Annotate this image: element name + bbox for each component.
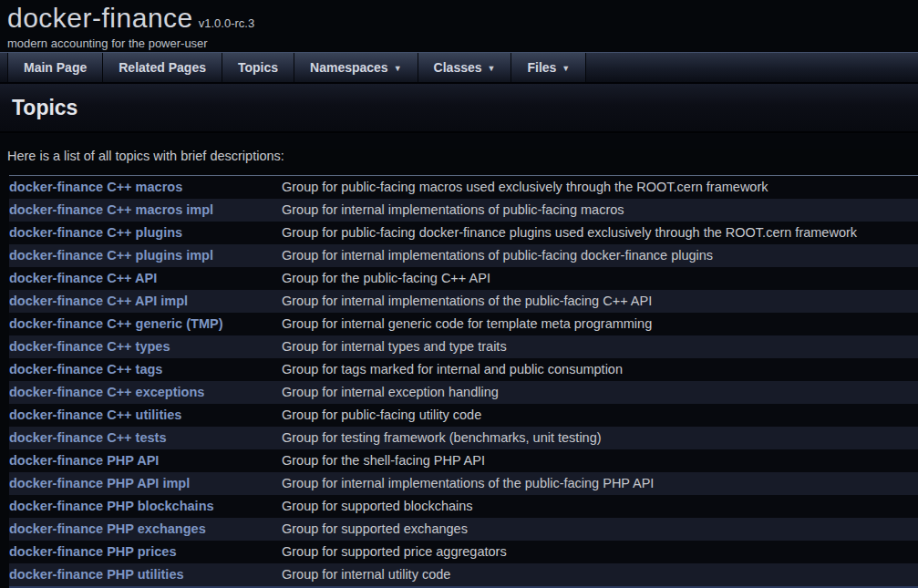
topic-entry-cell: docker-finance C++ macros impl bbox=[9, 199, 282, 222]
topic-link[interactable]: docker-finance C++ tests bbox=[9, 430, 166, 445]
tab-label: Namespaces bbox=[310, 60, 388, 75]
project-version: v1.0.0-rc.3 bbox=[199, 16, 254, 30]
topic-entry-cell: docker-finance C++ tests bbox=[9, 427, 282, 449]
topic-description: Group for the public-facing C++ API bbox=[282, 267, 918, 290]
table-row: docker-finance PHP pricesGroup for suppo… bbox=[9, 541, 918, 563]
topic-entry-cell: docker-finance PHP API impl bbox=[9, 472, 282, 495]
topic-description: Group for public-facing macros used excl… bbox=[282, 176, 918, 200]
project-brief: modern accounting for the power-user bbox=[7, 36, 918, 50]
table-row: docker-finance C++ pluginsGroup for publ… bbox=[9, 222, 918, 244]
topic-link[interactable]: docker-finance C++ generic (TMP) bbox=[9, 316, 222, 331]
page-title: Topics bbox=[0, 84, 918, 120]
table-row: docker-finance C++ exceptionsGroup for i… bbox=[9, 381, 918, 404]
tab-main-page[interactable]: Main Page bbox=[7, 53, 103, 82]
topic-entry-cell: docker-finance PHP utilities bbox=[9, 563, 282, 586]
main-nav: Main Page Related Pages Topics Namespace… bbox=[0, 52, 918, 82]
topic-link[interactable]: docker-finance C++ types bbox=[9, 339, 170, 354]
table-row: docker-finance PHP exchangesGroup for su… bbox=[9, 518, 918, 541]
table-row: docker-finance C++ tagsGroup for tags ma… bbox=[9, 358, 918, 381]
tab-files[interactable]: Files▼ bbox=[511, 53, 586, 82]
contents: Here is a list of all topics with brief … bbox=[0, 149, 918, 588]
tab-list: Main Page Related Pages Topics Namespace… bbox=[0, 53, 918, 82]
intro-text: Here is a list of all topics with brief … bbox=[7, 149, 911, 163]
table-row: docker-finance C++ macros implGroup for … bbox=[9, 199, 918, 222]
topic-link[interactable]: docker-finance PHP utilities bbox=[9, 567, 184, 582]
topic-entry-cell: docker-finance C++ tags bbox=[9, 358, 282, 381]
chevron-down-icon: ▼ bbox=[394, 64, 402, 73]
topic-link[interactable]: docker-finance C++ plugins bbox=[9, 225, 182, 240]
table-row: docker-finance PHP utilitiesGroup for in… bbox=[9, 563, 918, 586]
topic-entry-cell: docker-finance C++ plugins impl bbox=[9, 244, 282, 267]
topic-entry-cell: docker-finance C++ API impl bbox=[9, 290, 282, 313]
topic-description: Group for internal implementations of th… bbox=[282, 290, 918, 313]
tab-label: Main Page bbox=[24, 60, 87, 75]
topic-link[interactable]: docker-finance C++ tags bbox=[9, 362, 162, 377]
topic-description: Group for internal generic code for temp… bbox=[282, 313, 918, 335]
table-row: docker-finance C++ plugins implGroup for… bbox=[9, 244, 918, 267]
topic-description: Group for internal exception handling bbox=[282, 381, 918, 404]
topic-entry-cell: docker-finance C++ API bbox=[9, 267, 282, 290]
topic-link[interactable]: docker-finance PHP API impl bbox=[9, 476, 190, 490]
topic-link[interactable]: docker-finance PHP API bbox=[9, 453, 159, 468]
topic-entry-cell: docker-finance C++ macros bbox=[9, 176, 282, 200]
tab-related-pages[interactable]: Related Pages bbox=[103, 53, 222, 82]
tab-topics[interactable]: Topics bbox=[222, 53, 294, 82]
topic-description: Group for internal implementations of th… bbox=[282, 472, 918, 495]
title-area: docker-financev1.0.0-rc.3 modern account… bbox=[0, 0, 918, 52]
topic-description: Group for supported blockchains bbox=[282, 495, 918, 518]
topic-link[interactable]: docker-finance C++ utilities bbox=[9, 407, 181, 422]
tab-label: Related Pages bbox=[119, 60, 206, 75]
tab-label: Files bbox=[527, 60, 556, 75]
topic-link[interactable]: docker-finance PHP blockchains bbox=[9, 499, 214, 513]
topic-link[interactable]: docker-finance C++ exceptions bbox=[9, 385, 204, 399]
table-row: docker-finance PHP API implGroup for int… bbox=[9, 472, 918, 495]
topic-link[interactable]: docker-finance C++ macros impl bbox=[9, 202, 213, 217]
topic-description: Group for internal utility code bbox=[282, 563, 918, 586]
table-row: docker-finance PHP blockchainsGroup for … bbox=[9, 495, 918, 518]
topic-description: Group for public-facing docker-finance p… bbox=[282, 222, 918, 244]
tab-label: Topics bbox=[238, 60, 278, 75]
topic-description: Group for internal implementations of pu… bbox=[282, 199, 918, 222]
topic-link[interactable]: docker-finance C++ plugins impl bbox=[9, 248, 213, 263]
topic-entry-cell: docker-finance C++ utilities bbox=[9, 404, 282, 427]
topic-entry-cell: docker-finance PHP exchanges bbox=[9, 518, 282, 541]
page-header: Topics bbox=[0, 84, 918, 133]
topic-description: Group for the shell-facing PHP API bbox=[282, 449, 918, 472]
tab-classes[interactable]: Classes▼ bbox=[418, 53, 512, 82]
topic-description: Group for internal types and type traits bbox=[282, 335, 918, 358]
table-row: docker-finance C++ APIGroup for the publ… bbox=[9, 267, 918, 290]
topic-entry-cell: docker-finance C++ plugins bbox=[9, 222, 282, 244]
tab-namespaces[interactable]: Namespaces▼ bbox=[294, 53, 418, 82]
topic-link[interactable]: docker-finance C++ API impl bbox=[9, 294, 188, 308]
topic-entry-cell: docker-finance PHP prices bbox=[9, 541, 282, 563]
topic-link[interactable]: docker-finance C++ API bbox=[9, 271, 157, 285]
topic-link[interactable]: docker-finance PHP prices bbox=[9, 544, 176, 559]
table-row: docker-finance C++ generic (TMP)Group fo… bbox=[9, 313, 918, 335]
topic-link[interactable]: docker-finance PHP exchanges bbox=[9, 521, 206, 536]
topic-description: Group for internal implementations of pu… bbox=[282, 244, 918, 267]
topic-description: Group for supported price aggregators bbox=[282, 541, 918, 563]
topic-entry-cell: docker-finance C++ types bbox=[9, 335, 282, 358]
topic-link[interactable]: docker-finance C++ macros bbox=[9, 180, 182, 194]
topic-description: Group for supported exchanges bbox=[282, 518, 918, 541]
table-row: docker-finance C++ typesGroup for intern… bbox=[9, 335, 918, 358]
table-row: docker-finance C++ macrosGroup for publi… bbox=[9, 176, 918, 200]
table-row: docker-finance C++ API implGroup for int… bbox=[9, 290, 918, 313]
topic-entry-cell: docker-finance C++ exceptions bbox=[9, 381, 282, 404]
table-row: docker-finance C++ testsGroup for testin… bbox=[9, 427, 918, 449]
topic-entry-cell: docker-finance PHP blockchains bbox=[9, 495, 282, 518]
topic-entry-cell: docker-finance PHP API bbox=[9, 449, 282, 472]
table-row: docker-finance C++ utilitiesGroup for pu… bbox=[9, 404, 918, 427]
topic-entry-cell: docker-finance C++ generic (TMP) bbox=[9, 313, 282, 335]
tab-label: Classes bbox=[434, 60, 482, 75]
topic-description: Group for tags marked for internal and p… bbox=[282, 358, 918, 381]
topic-description: Group for public-facing utility code bbox=[282, 404, 918, 427]
chevron-down-icon: ▼ bbox=[488, 64, 496, 73]
chevron-down-icon: ▼ bbox=[562, 64, 570, 73]
topics-table: docker-finance C++ macrosGroup for publi… bbox=[9, 175, 918, 586]
table-row: docker-finance PHP APIGroup for the shel… bbox=[9, 449, 918, 472]
project-name: docker-finance bbox=[7, 3, 193, 33]
topic-description: Group for testing framework (benchmarks,… bbox=[282, 427, 918, 449]
